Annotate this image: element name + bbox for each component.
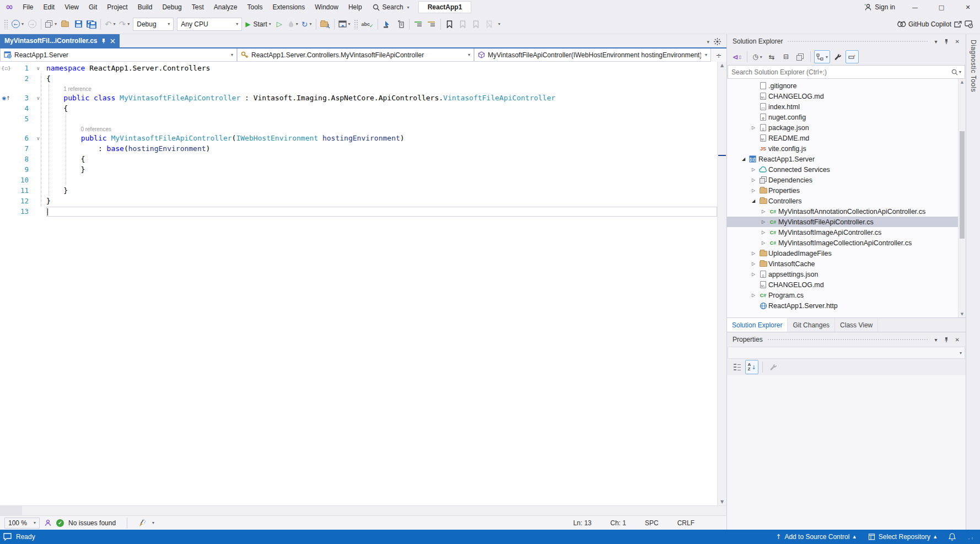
navbar-member-select[interactable]: MyVintasoftFileApiController(IWebHostEnv…: [474, 49, 711, 62]
solution-explorer-search[interactable]: ▾: [728, 65, 965, 79]
solution-explorer-search-input[interactable]: [731, 68, 951, 76]
expander-collapsed-icon[interactable]: ▷: [749, 251, 758, 256]
navbar-type-select[interactable]: ReactApp1.Server.Controllers.MyVintasoft…: [237, 49, 474, 62]
breakpoint-margin[interactable]: ◉↑: [0, 95, 12, 101]
menu-test[interactable]: Test: [187, 1, 209, 13]
menu-build[interactable]: Build: [133, 1, 158, 13]
alphabetical-sort-button[interactable]: AZ↓: [745, 360, 758, 374]
navigate-forward-button[interactable]: →: [25, 17, 39, 31]
expander-collapsed-icon[interactable]: ▷: [749, 188, 758, 193]
codelens-references[interactable]: 1 reference: [0, 84, 717, 93]
tree-item-program-cs[interactable]: ▷C#Program.cs: [727, 290, 958, 300]
close-button[interactable]: ✕: [956, 0, 980, 14]
code-line-11[interactable]: 11 }: [0, 185, 717, 196]
copilot-chat-icon[interactable]: [965, 20, 973, 28]
pin-icon[interactable]: [944, 39, 949, 45]
active-files-dropdown-icon[interactable]: ▾: [706, 39, 709, 45]
tree-item-myvintasoftimagecollectionapicontroller-cs[interactable]: ▷C#MyVintasoftImageCollectionApiControll…: [727, 238, 958, 248]
code-cleanup-dropdown-icon[interactable]: ▾: [151, 520, 154, 525]
tree-vertical-scrollbar[interactable]: ▲ ▼: [958, 79, 966, 317]
navbar-project-select[interactable]: ReactApp1.Server ▾: [0, 49, 237, 62]
redo-button[interactable]: ↷▾: [117, 17, 132, 31]
save-button[interactable]: [72, 17, 85, 31]
sign-in-button[interactable]: + Sign in: [859, 2, 901, 13]
hot-reload-button[interactable]: ▾: [286, 17, 300, 31]
tree-item-vintasoftcache[interactable]: ▷VintasoftCache: [727, 258, 958, 269]
github-copilot-label[interactable]: GitHub Copilot: [908, 20, 951, 28]
code-line-10[interactable]: 10: [0, 175, 717, 185]
tree-item-vite-config-js[interactable]: JSvite.config.js: [727, 143, 958, 154]
scroll-down-icon[interactable]: ▼: [959, 312, 966, 316]
tab-close-icon[interactable]: [110, 39, 115, 44]
tree-item-myvintasoftimageapicontroller-cs[interactable]: ▷C#MyVintasoftImageApiController.cs: [727, 227, 958, 238]
tab-pin-icon[interactable]: [101, 38, 106, 44]
clear-bookmarks-button[interactable]: [483, 17, 496, 31]
code-line-8[interactable]: 8 {: [0, 154, 717, 164]
code-line-12[interactable]: 12}: [0, 196, 717, 206]
tree-item-changelog-md[interactable]: M↓CHANGELOG.md: [727, 91, 958, 101]
codelens-references[interactable]: 0 references: [0, 124, 717, 133]
fold-marker[interactable]: ∨: [36, 66, 46, 71]
properties-object-select[interactable]: ▾: [728, 347, 965, 359]
solution-explorer-title-bar[interactable]: Solution Explorer ▾ ✕: [727, 34, 966, 49]
preview-selected-items-button[interactable]: [846, 50, 859, 63]
toggle-bookmark-button[interactable]: [443, 17, 456, 31]
menu-edit[interactable]: Edit: [39, 1, 60, 13]
indentation-indicator[interactable]: SPC: [645, 519, 659, 527]
expander-expanded-icon[interactable]: ◢: [739, 157, 748, 161]
tree-item-uploadedimagefiles[interactable]: ▷UploadedImageFiles: [727, 248, 958, 258]
nested-view-button[interactable]: ▾: [814, 50, 830, 63]
split-window-button[interactable]: ÷: [711, 49, 726, 62]
fold-marker[interactable]: ∨: [36, 136, 46, 141]
show-all-files-button[interactable]: [794, 50, 807, 63]
line-ending-indicator[interactable]: CRLF: [677, 519, 694, 527]
menu-extensions[interactable]: Extensions: [268, 1, 310, 13]
code-line-7[interactable]: 7 : base(hostingEnvironment): [0, 143, 717, 154]
issues-status-label[interactable]: No issues found: [68, 519, 116, 527]
tree-item-index-html[interactable]: <>index.html: [727, 101, 958, 112]
zoom-select[interactable]: 100 %▾: [4, 518, 40, 529]
menu-git[interactable]: Git: [84, 1, 102, 13]
minimize-button[interactable]: —: [903, 0, 927, 14]
start-debugging-button[interactable]: ▶Start▾: [244, 17, 273, 31]
menu-view[interactable]: View: [60, 1, 84, 13]
home-window-layout-button[interactable]: ▾: [337, 17, 352, 31]
undo-button[interactable]: ↶▾: [103, 17, 117, 31]
code-line-3[interactable]: ◉↑3∨ public class MyVintasoftFileApiCont…: [0, 93, 717, 103]
solution-platforms-select[interactable]: Any CPU▾: [177, 18, 242, 31]
search-options-icon[interactable]: ▾: [958, 69, 961, 74]
expander-collapsed-icon[interactable]: ▷: [749, 125, 758, 130]
code-line-13[interactable]: 13: [0, 206, 717, 217]
menu-project[interactable]: Project: [102, 1, 132, 13]
notifications-bell-icon[interactable]: [949, 533, 956, 541]
expander-collapsed-icon[interactable]: ▷: [749, 167, 758, 172]
property-pages-wrench-button[interactable]: [767, 360, 780, 374]
tree-item-myvintasoftfileapicontroller-cs[interactable]: ▷C#MyVintasoftFileApiController.cs: [727, 217, 958, 227]
document-tab-active[interactable]: MyVintasoftFil...iController.cs: [0, 34, 120, 47]
copilot-share-icon[interactable]: [954, 20, 962, 28]
previous-bookmark-button[interactable]: [456, 17, 470, 31]
tree-item-nuget-config[interactable]: ⚙nuget.config: [727, 112, 958, 122]
tree-item-dependencies[interactable]: ▷Dependencies: [727, 175, 958, 185]
close-pane-icon[interactable]: ✕: [954, 337, 961, 343]
expander-collapsed-icon[interactable]: ▷: [759, 209, 768, 214]
menu-debug[interactable]: Debug: [157, 1, 186, 13]
toolbar-overflow-button[interactable]: ▾: [496, 21, 503, 26]
diagnostic-tools-tab[interactable]: Diagnostic Tools: [970, 40, 977, 92]
scrollbar-thumb[interactable]: [960, 131, 965, 239]
code-line-4[interactable]: 4 {: [0, 103, 717, 114]
menu-file[interactable]: File: [18, 1, 38, 13]
paste-structure-button[interactable]: [394, 17, 407, 31]
menu-window[interactable]: Window: [310, 1, 343, 13]
code-line-6[interactable]: 6∨ public MyVintasoftFileApiController(I…: [0, 133, 717, 143]
categorized-view-button[interactable]: [730, 360, 744, 374]
tree-item-properties[interactable]: ▷Properties: [727, 185, 958, 196]
tree-item-connected-services[interactable]: ▷Connected Services: [727, 164, 958, 175]
tree-item-myvintasoftannotationcollectionapicontroller-cs[interactable]: ▷C#MyVintasoftAnnotationCollectionApiCon…: [727, 206, 958, 217]
expander-collapsed-icon[interactable]: ▷: [749, 272, 758, 277]
expander-collapsed-icon[interactable]: ▷: [759, 240, 768, 245]
code-line-2[interactable]: 2{: [0, 73, 717, 84]
expander-expanded-icon[interactable]: ◢: [749, 198, 758, 203]
tool-tab-solution-explorer[interactable]: Solution Explorer: [727, 317, 788, 332]
decrease-indent-button[interactable]: [412, 17, 425, 31]
